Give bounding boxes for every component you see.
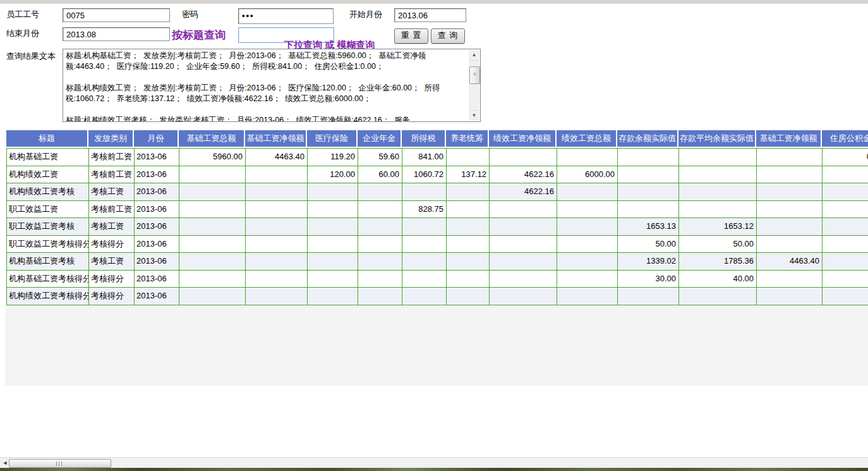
cell-r6-c10 (557, 253, 618, 271)
cell-r7-c4 (246, 271, 308, 288)
horizontal-scrollbar-thumb[interactable] (9, 459, 111, 468)
cell-r3-c7: 828.75 (402, 201, 447, 219)
cell-r8-c7 (402, 288, 447, 305)
cell-r6-c11: 1339.02 (618, 253, 679, 271)
cell-r7-c2: 2013-06 (135, 271, 179, 288)
cell-r2-c13 (757, 183, 823, 201)
result-textarea[interactable]: 标题:机构基础工资； 发放类别:考核前工资； 月份:2013-06； 基础工资总… (63, 49, 481, 122)
table-row[interactable]: 职工效益工资考核得分考核得分2013-0650.0050.00 (7, 236, 868, 254)
table-row[interactable]: 机构绩效工资考核得分考核得分2013-06 (7, 288, 868, 305)
column-header-3: 基础工资总额 (179, 130, 245, 147)
column-header-11: 存款余额实际值 (617, 130, 678, 147)
employee-id-label: 员工工号 (6, 9, 39, 20)
cell-r3-c12 (679, 201, 757, 219)
cell-r0-c7: 841.00 (402, 149, 447, 166)
cell-r2-c4 (246, 183, 308, 201)
cell-r0-c13 (757, 149, 823, 166)
cell-r3-c2: 2013-06 (135, 201, 179, 219)
cell-r6-c0: 机构基础工资考核 (7, 253, 89, 271)
cell-r8-c2: 2013-06 (135, 288, 179, 305)
column-header-14: 住房公积金1 (822, 130, 868, 147)
cell-r4-c5 (308, 218, 358, 236)
employee-id-input[interactable]: 0075 (63, 8, 170, 22)
cell-r8-c9 (490, 288, 557, 305)
table-row[interactable]: 职工效益工资考核考核工资2013-061653.131653.12 (7, 218, 868, 236)
horizontal-scrollbar[interactable]: ◄ (0, 457, 868, 468)
table-row[interactable]: 机构绩效工资考核前工资2013-06120.0060.001060.72137.… (7, 166, 868, 184)
cell-r3-c11 (618, 201, 679, 219)
cell-r2-c2: 2013-06 (135, 183, 179, 201)
column-header-13: 基础工资净领额 (756, 130, 822, 147)
cell-r0-c3: 5960.00 (179, 149, 246, 166)
grid-background-panel (5, 305, 868, 386)
cell-r8-c12 (679, 288, 757, 305)
table-row[interactable]: 机构基础工资考核考核工资2013-061339.021785.364463.40 (7, 253, 868, 271)
cell-r1-c8: 137.12 (447, 166, 490, 184)
result-text-label: 查询结果文本 (6, 51, 56, 62)
column-header-1: 发放类别 (88, 130, 134, 147)
cell-r3-c14 (823, 201, 868, 219)
column-header-10: 绩效工资总额 (557, 130, 617, 147)
cell-r0-c1: 考核前工资 (89, 149, 135, 166)
table-row[interactable]: 机构绩效工资考核考核工资2013-064622.16 (7, 183, 868, 201)
title-query-label: 按标题查询 (172, 28, 226, 42)
table-row[interactable]: 机构基础工资考核前工资2013-065960.004463.40119.2059… (7, 149, 868, 166)
end-month-label: 结束月份 (6, 28, 39, 39)
cell-r5-c0: 职工效益工资考核得分 (7, 236, 89, 254)
cell-r7-c7 (402, 271, 447, 288)
column-header-7: 所得税 (402, 130, 446, 147)
column-header-9: 绩效工资净领额 (489, 130, 557, 147)
cell-r4-c12: 1653.12 (679, 218, 757, 236)
grid-header: 标题发放类别月份基础工资总额基础工资净领额医疗保险企业年金所得税养老统筹绩效工资… (6, 130, 868, 147)
cell-r6-c2: 2013-06 (135, 253, 179, 271)
table-row[interactable]: 机构基础工资考核得分考核得分2013-0630.0040.00 (7, 271, 868, 288)
cell-r0-c8 (447, 149, 490, 166)
column-header-2: 月份 (134, 130, 179, 147)
scroll-up-icon[interactable]: ▲ (469, 50, 479, 61)
table-row[interactable]: 职工效益工资考核前工资2013-06828.75 (7, 201, 868, 219)
cell-r2-c7 (402, 183, 447, 201)
cell-r3-c0: 职工效益工资 (7, 201, 89, 219)
scroll-left-icon[interactable]: ◄ (1, 458, 9, 468)
cell-r7-c9 (490, 271, 557, 288)
cell-r0-c9 (490, 149, 557, 166)
cell-r6-c14 (823, 253, 868, 271)
cell-r6-c7 (402, 253, 447, 271)
cell-r8-c5 (308, 288, 358, 305)
cell-r7-c0: 机构基础工资考核得分 (7, 271, 89, 288)
cell-r7-c1: 考核得分 (89, 271, 135, 288)
cell-r5-c2: 2013-06 (135, 236, 179, 254)
scroll-down-icon[interactable]: ▼ (469, 110, 479, 121)
thumb-grip-icon (56, 462, 64, 466)
cell-r1-c0: 机构绩效工资 (7, 166, 89, 184)
result-vertical-scrollbar[interactable]: ▲ ≡ ▼ (469, 50, 479, 121)
cell-r0-c2: 2013-06 (135, 149, 179, 166)
cell-r6-c9 (490, 253, 557, 271)
cell-r6-c1: 考核工资 (89, 253, 135, 271)
result-text-content: 标题:机构基础工资； 发放类别:考核前工资； 月份:2013-06； 基础工资总… (66, 51, 466, 121)
query-button[interactable]: 查 询 (431, 28, 465, 44)
cell-r3-c6 (358, 201, 402, 219)
cell-r7-c10 (557, 271, 618, 288)
reset-button[interactable]: 重 置 (394, 28, 428, 44)
cell-r7-c13 (757, 271, 823, 288)
password-input[interactable]: ••• (238, 8, 334, 24)
result-scrollbar-thumb[interactable]: ≡ (469, 66, 480, 84)
cell-r2-c3 (179, 183, 246, 201)
cell-r0-c4: 4463.40 (246, 149, 308, 166)
cell-r8-c13 (757, 288, 823, 305)
cell-r0-c14: 0.00 (823, 149, 868, 166)
cell-r5-c12: 50.00 (679, 236, 757, 254)
cell-r2-c11 (618, 183, 679, 201)
cell-r2-c12 (679, 183, 757, 201)
cell-r7-c3 (179, 271, 246, 288)
cell-r7-c8 (447, 271, 490, 288)
cell-r4-c7 (402, 218, 447, 236)
cell-r5-c14 (823, 236, 868, 254)
cell-r1-c4 (246, 166, 308, 184)
cell-r1-c3 (179, 166, 246, 184)
end-month-input[interactable]: 2013.08 (63, 27, 170, 41)
start-month-input[interactable]: 2013.06 (394, 8, 466, 22)
cell-r2-c14 (823, 183, 868, 201)
cell-r7-c14 (823, 271, 868, 288)
